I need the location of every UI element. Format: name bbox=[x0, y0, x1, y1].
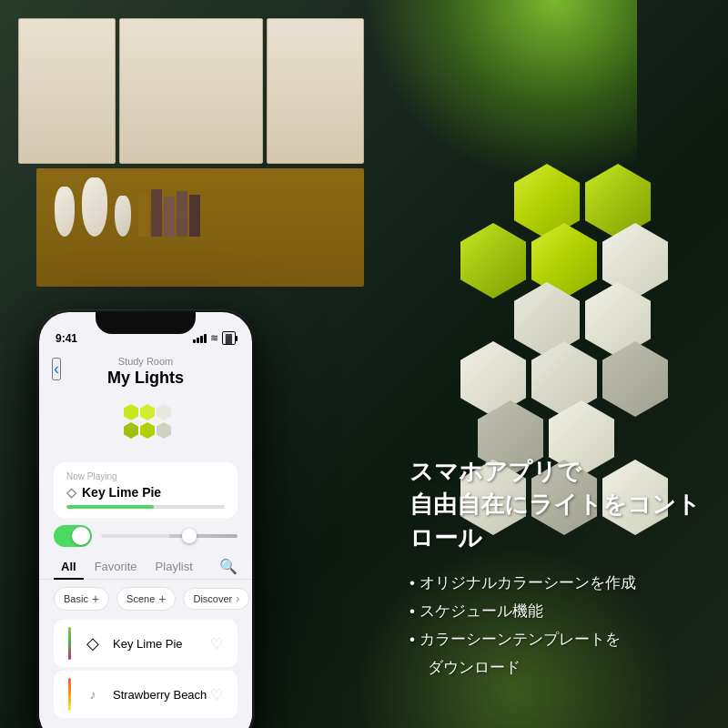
now-playing-name: Key Lime Pie bbox=[82, 485, 161, 500]
mini-hex bbox=[140, 422, 155, 439]
scene-item-keylime[interactable]: ◇ Key Lime Pie ♡ bbox=[54, 620, 238, 667]
signal-bar-4 bbox=[204, 334, 207, 343]
app-header: ‹ Study Room My Lights bbox=[39, 349, 252, 397]
now-playing-title: ◇ Key Lime Pie bbox=[66, 485, 225, 500]
arrow-icon: › bbox=[236, 592, 239, 605]
toggle-row bbox=[54, 525, 238, 547]
shelf-items bbox=[55, 177, 200, 237]
power-toggle[interactable] bbox=[54, 525, 92, 547]
tab-favorite[interactable]: Favorite bbox=[87, 554, 145, 579]
filter-scene[interactable]: Scene + bbox=[116, 587, 176, 611]
book-2 bbox=[151, 189, 162, 237]
phone-mockup: 9:41 ≋ ▓ bbox=[36, 309, 255, 728]
jp-bullet-2: • スケジュール機能 bbox=[410, 601, 701, 622]
vase-1 bbox=[55, 187, 75, 237]
jp-bullets-list: • オリジナルカラーシーンを作成 • スケジュール機能 • カラーシーンテンプレ… bbox=[410, 572, 701, 678]
filter-basic-label: Basic bbox=[64, 593, 88, 604]
slider-thumb bbox=[182, 529, 197, 543]
status-icons: ≋ ▓ bbox=[193, 331, 236, 345]
phone-shell: 9:41 ≋ ▓ bbox=[36, 309, 255, 728]
scene-color-bar-keylime bbox=[68, 627, 71, 660]
book-1 bbox=[138, 193, 149, 237]
vase-2 bbox=[82, 177, 107, 237]
mini-hex bbox=[157, 404, 171, 420]
cabinet-box-3 bbox=[267, 18, 364, 164]
hex-preview-icon bbox=[118, 404, 173, 459]
tab-playlist-label: Playlist bbox=[156, 560, 193, 573]
mini-hex bbox=[124, 404, 138, 420]
shelf bbox=[36, 168, 364, 287]
cabinet-top bbox=[18, 18, 364, 164]
cabinet-box-1 bbox=[18, 18, 116, 164]
jp-bullet-4: ダウンロード bbox=[410, 657, 701, 678]
favorite-icon-strawberry[interactable]: ♡ bbox=[210, 686, 223, 703]
scene-name-keylime: Key Lime Pie bbox=[113, 637, 210, 651]
book-5 bbox=[189, 195, 200, 237]
jp-bullet-1: • オリジナルカラーシーンを作成 bbox=[410, 572, 701, 593]
back-button[interactable]: ‹ bbox=[52, 358, 61, 380]
search-icon[interactable]: 🔍 bbox=[219, 558, 238, 575]
vase-3 bbox=[115, 196, 131, 237]
signal-bar-3 bbox=[200, 336, 203, 343]
scene-item-strawberry[interactable]: ♪ Strawberry Beach ♡ bbox=[54, 671, 238, 718]
plus-icon-2: + bbox=[158, 592, 166, 606]
mini-hex bbox=[140, 404, 155, 420]
phone-screen: 9:41 ≋ ▓ bbox=[39, 312, 252, 728]
plus-icon: + bbox=[92, 592, 99, 606]
jp-headline-line1: スマホアプリで bbox=[410, 458, 581, 485]
scene-hex-icon-keylime: ◇ bbox=[80, 631, 106, 656]
tab-playlist[interactable]: Playlist bbox=[148, 554, 200, 579]
now-playing-label: Now Playing bbox=[66, 471, 225, 481]
now-playing-bar: Now Playing ◇ Key Lime Pie bbox=[54, 462, 238, 518]
jp-bullet-3: • カラーシーンテンプレートを bbox=[410, 629, 701, 650]
scene-music-icon-strawberry: ♪ bbox=[80, 682, 106, 707]
jp-headline-line2: 自由自在にライトをコントロール bbox=[410, 490, 701, 551]
tab-favorite-label: Favorite bbox=[95, 560, 137, 573]
signal-bars bbox=[193, 334, 207, 343]
signal-bar-2 bbox=[197, 338, 199, 343]
scene-icon: ◇ bbox=[66, 485, 76, 500]
scene-color-bar-strawberry bbox=[68, 678, 71, 711]
filter-basic[interactable]: Basic + bbox=[54, 587, 109, 611]
signal-bar-1 bbox=[193, 339, 196, 343]
now-playing-progress bbox=[66, 505, 225, 509]
scene-name-strawberry: Strawberry Beach bbox=[113, 688, 210, 702]
cabinet-box-2 bbox=[119, 18, 264, 164]
filter-discover-label: Discover bbox=[193, 593, 232, 604]
filter-scene-label: Scene bbox=[126, 593, 155, 604]
battery-icon: ▓ bbox=[222, 331, 236, 345]
tab-all-label: All bbox=[61, 560, 76, 573]
jp-headline: スマホアプリで 自由自在にライトをコントロール bbox=[410, 455, 701, 554]
app-content: ‹ Study Room My Lights bbox=[39, 349, 252, 728]
tab-all[interactable]: All bbox=[54, 554, 84, 579]
status-time: 9:41 bbox=[56, 332, 77, 345]
toggle-knob bbox=[72, 527, 90, 545]
header-title: My Lights bbox=[54, 369, 238, 388]
progress-fill bbox=[66, 505, 154, 509]
mini-hex bbox=[124, 422, 138, 439]
japanese-text-block: スマホアプリで 自由自在にライトをコントロール • オリジナルカラーシーンを作成… bbox=[382, 437, 728, 703]
filter-pills: Basic + Scene + Discover › bbox=[39, 587, 252, 611]
books bbox=[138, 189, 200, 237]
header-subtitle: Study Room bbox=[54, 356, 238, 367]
scene-tabs: All Favorite Playlist 🔍 bbox=[39, 554, 252, 580]
phone-notch bbox=[96, 312, 196, 334]
filter-discover[interactable]: Discover › bbox=[183, 588, 249, 610]
book-3 bbox=[164, 197, 175, 237]
ceiling-light-effect bbox=[364, 0, 637, 182]
mini-hex bbox=[157, 422, 171, 439]
book-4 bbox=[177, 191, 187, 237]
cabinet-area bbox=[0, 0, 382, 328]
brightness-slider[interactable] bbox=[101, 534, 238, 538]
wifi-icon: ≋ bbox=[210, 332, 218, 344]
favorite-icon-keylime[interactable]: ♡ bbox=[210, 635, 223, 652]
